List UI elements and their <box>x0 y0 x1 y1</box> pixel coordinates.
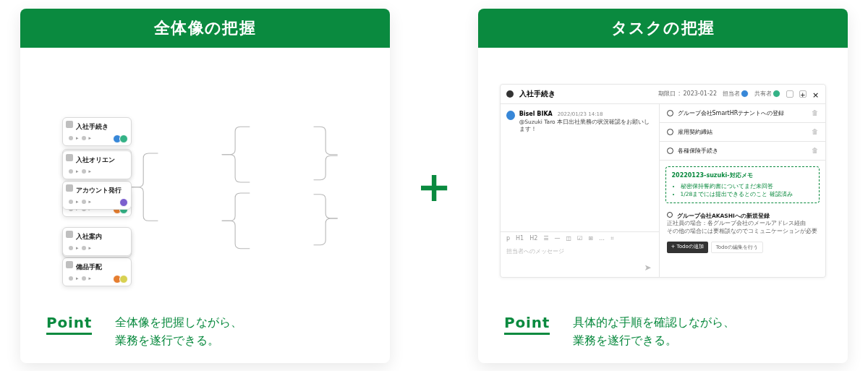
owner-meta: 担当者 <box>723 90 749 98</box>
flag-icon <box>66 231 73 238</box>
point-text: 全体像を把握しながら、 業務を遂行できる。 <box>115 314 242 350</box>
card-body-task: 入社手続き 期限日: 2023-01-22 担当者 共有者 + <box>478 48 848 363</box>
node-title: 入社手続き <box>76 122 125 132</box>
card-task: タスクの把握 入社手続き 期限日: 2023-01-22 担当者 共有者 <box>478 9 848 363</box>
avatar-icon <box>506 90 514 98</box>
point-text: 具体的な手順を確認しながら、 業務を遂行できる。 <box>573 314 735 350</box>
node-title: 入社案内 <box>76 232 125 242</box>
point-label: Point <box>46 314 92 335</box>
banner-overview: 全体像の把握 <box>20 9 390 48</box>
node-annai[interactable]: 入社案内 ▸▸ <box>62 227 132 256</box>
right-pane: グループ会社SmartHRテナントへの登録 🗑 雇用契約締結 🗑 各種保険手続き… <box>660 104 825 277</box>
flag-icon <box>66 184 73 192</box>
memo-block: 20220123-suzuki-対応メモ 秘密保持誓約書についてまだ未回答 1/… <box>665 166 820 204</box>
card-overview: 全体像の把握 オファー面談 ▸▸ <box>20 9 390 363</box>
node-meta: ▸▸ <box>69 245 125 251</box>
node-title: 入社オリエン <box>76 155 125 165</box>
trash-icon[interactable]: 🗑 <box>812 128 818 135</box>
check-label: 各種保険手続き <box>678 147 807 155</box>
owner-avatar <box>741 90 749 98</box>
stage: 全体像の把握 オファー面談 ▸▸ <box>0 0 868 371</box>
trash-icon[interactable]: 🗑 <box>812 147 818 154</box>
avatars <box>122 198 128 207</box>
point-label: Point <box>504 314 550 335</box>
memo-item: 1/28までには提出できるとのこと 確認済み <box>681 190 813 198</box>
memo-list: 秘密保持誓約書についてまだ未回答 1/28までには提出できるとのこと 確認済み <box>672 182 813 199</box>
share-meta: 共有者 <box>754 90 780 98</box>
tb-quote[interactable]: ◫ <box>564 235 573 242</box>
comment-name: Bisel BIKA <box>519 111 553 117</box>
editor-toolbar[interactable]: p H1 H2 ☰ — ◫ ☑ ⊞ … ⌗ <box>501 231 659 245</box>
sub-title: グループ会社AKASHIへの新規登録 <box>677 213 770 219</box>
tb-p[interactable]: p <box>505 235 511 242</box>
avatars <box>115 135 128 143</box>
node-title: 備品手配 <box>76 263 125 272</box>
owner-label: 担当者 <box>723 90 740 98</box>
edit-todo-button[interactable]: Todoの編集を行う <box>711 242 763 253</box>
checkbox-icon[interactable] <box>667 212 673 218</box>
due-label: 期限日 <box>658 90 676 98</box>
banner-task: タスクの把握 <box>478 9 848 48</box>
check-item-0[interactable]: グループ会社SmartHRテナントへの登録 🗑 <box>660 104 825 123</box>
tb-grid[interactable]: ⌗ <box>609 235 616 242</box>
avatars <box>115 275 128 283</box>
close-icon[interactable]: × <box>812 90 820 98</box>
comment-body: @Suzuki Taro 本日出社業務の状況確認をお願いします！ <box>519 119 653 133</box>
memo-title: 20220123-suzuki-対応メモ <box>672 171 813 179</box>
left-pane: Bisel BIKA 2022/01/23 14:18 @Suzuki Taro… <box>501 104 660 277</box>
share-avatar <box>773 90 780 98</box>
trash-icon[interactable]: 🗑 <box>812 109 818 116</box>
check-label: 雇用契約締結 <box>678 128 807 136</box>
card-body-overview: オファー面談 ▸▸ 内定通知書 ▸▸ 各種ヒアリング ▸▸ <box>20 48 390 363</box>
comment-time: 2022/01/23 14:18 <box>558 111 603 117</box>
send-icon[interactable]: ➤ <box>637 258 658 277</box>
plus-icon: ＋ <box>410 162 458 210</box>
add-todo-button[interactable]: + Todoの追加 <box>667 242 708 253</box>
memo-item: 秘密保持誓約書についてまだ未回答 <box>681 182 813 190</box>
tb-h2[interactable]: H2 <box>528 235 539 242</box>
check-item-2[interactable]: 各種保険手続き 🗑 <box>660 142 825 161</box>
tb-more[interactable]: … <box>597 235 606 242</box>
due-value: 2023-01-22 <box>684 90 718 97</box>
checkbox-icon[interactable] <box>667 110 673 116</box>
flag-icon <box>66 261 73 268</box>
node-account[interactable]: アカウント発行 ▸▸ <box>62 181 132 210</box>
check-label: グループ会社SmartHRテナントへの登録 <box>678 109 807 117</box>
tb-table[interactable]: ⊞ <box>587 235 595 242</box>
task-panel: 入社手続き 期限日: 2023-01-22 担当者 共有者 + <box>500 84 826 278</box>
tb-rule[interactable]: — <box>553 235 561 242</box>
comment-avatar <box>506 111 515 120</box>
node-title: アカウント発行 <box>76 186 125 195</box>
point-row: Point 全体像を把握しながら、 業務を遂行できる。 <box>46 314 375 350</box>
flag-icon <box>66 154 73 161</box>
diagram: オファー面談 ▸▸ 内定通知書 ▸▸ 各種ヒアリング ▸▸ <box>62 103 368 283</box>
panel-title: 入社手続き <box>519 89 652 99</box>
tb-check[interactable]: ☑ <box>576 235 584 242</box>
comment: Bisel BIKA 2022/01/23 14:18 @Suzuki Taro… <box>501 104 659 139</box>
node-meta: ▸▸ <box>69 169 125 174</box>
panel-header: 入社手続き 期限日: 2023-01-22 担当者 共有者 + <box>501 85 825 104</box>
tb-list[interactable]: ☰ <box>542 235 550 242</box>
node-orien[interactable]: 入社オリエン ▸▸ <box>62 150 132 179</box>
sub-task: グループ会社AKASHIへの新規登録 正社員の場合：各グループ会社のメールアドレ… <box>660 209 825 239</box>
checkbox-icon[interactable] <box>667 148 673 154</box>
due-meta: 期限日: 2023-01-22 <box>658 90 717 98</box>
checkbox-icon[interactable] <box>667 129 673 135</box>
tb-h1[interactable]: H1 <box>514 235 525 242</box>
flag-icon <box>66 121 73 128</box>
node-meta: ▸▸ <box>69 199 125 205</box>
todo-buttons: + Todoの追加 Todoの編集を行う <box>660 239 825 259</box>
editor-hint[interactable]: 担当者へのメッセージ <box>501 245 659 258</box>
point-row: Point 具体的な手順を確認しながら、 業務を遂行できる。 <box>504 314 833 350</box>
sub-desc: 正社員の場合：各グループ会社のメールアドレス経由 その他の場合には要相談なのでコ… <box>667 220 818 236</box>
check-item-1[interactable]: 雇用契約締結 🗑 <box>660 123 825 142</box>
panel-split: Bisel BIKA 2022/01/23 14:18 @Suzuki Taro… <box>501 104 825 277</box>
trash-icon[interactable] <box>786 90 793 98</box>
node-bihin[interactable]: 備品手配 ▸▸ <box>62 257 132 286</box>
node-nyusha[interactable]: 入社手続き ▸▸ <box>62 117 132 146</box>
share-label: 共有者 <box>754 90 772 98</box>
add-icon[interactable]: + <box>799 90 807 98</box>
